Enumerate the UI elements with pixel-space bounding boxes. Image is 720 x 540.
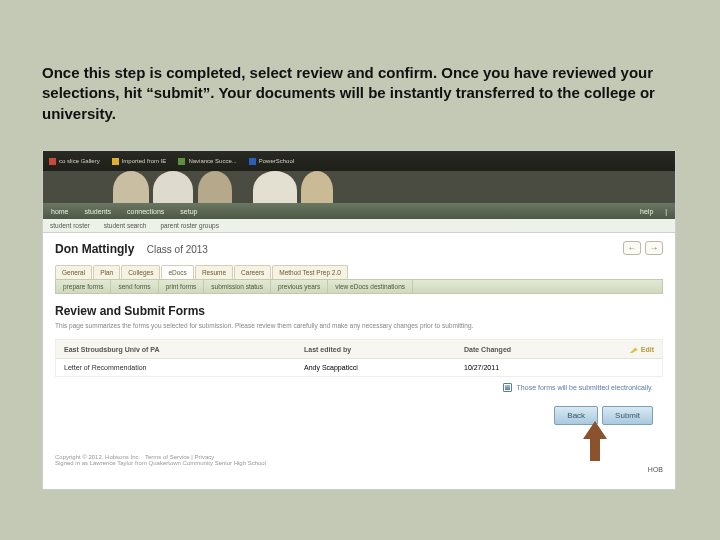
nav-connections[interactable]: connections — [119, 208, 172, 215]
tab-edocs[interactable]: eDocs — [161, 265, 193, 279]
table-header-row: East Stroudsburg Univ of PA Last edited … — [56, 340, 662, 359]
bookmark-icon — [249, 158, 256, 165]
header-photo — [43, 171, 675, 203]
subtab-status[interactable]: submission status — [204, 280, 271, 293]
table-row: Letter of Recommendation Andy Scappaticc… — [56, 359, 662, 376]
tab-plan[interactable]: Plan — [93, 265, 120, 279]
doc-name: Letter of Recommendation — [64, 364, 304, 371]
school-name: East Stroudsburg Univ of PA — [64, 346, 304, 353]
subtab-destinations[interactable]: view eDocs destinations — [328, 280, 413, 293]
bookmark-icon — [49, 158, 56, 165]
student-class: Class of 2013 — [147, 244, 208, 255]
subnav-parent[interactable]: parent roster groups — [153, 222, 226, 229]
electronic-note: Those forms will be submitted electronic… — [55, 377, 663, 398]
student-name: Don Mattingly — [55, 242, 134, 256]
nav-setup[interactable]: setup — [172, 208, 205, 215]
main-nav: home students connections setup help | — [43, 203, 675, 219]
subtab-send[interactable]: send forms — [111, 280, 158, 293]
tab-general[interactable]: General — [55, 265, 92, 279]
edit-link[interactable]: Edit — [630, 345, 654, 353]
subnav-roster[interactable]: student roster — [43, 222, 97, 229]
screenshot-window: co slice Gallery Imported from IE Navian… — [42, 150, 676, 490]
subtab-print[interactable]: print forms — [159, 280, 205, 293]
forms-table: East Stroudsburg Univ of PA Last edited … — [55, 339, 663, 377]
nav-help[interactable]: help | — [624, 208, 675, 215]
tab-careers[interactable]: Careers — [234, 265, 271, 279]
bookmark-icon — [178, 158, 185, 165]
subtab-previous[interactable]: previous years — [271, 280, 328, 293]
pencil-icon — [630, 345, 638, 353]
section-heading: Review and Submit Forms — [55, 304, 663, 318]
tab-row: General Plan Colleges eDocs Resume Caree… — [55, 265, 663, 279]
sub-nav: student roster student search parent ros… — [43, 219, 675, 233]
folder-icon — [112, 158, 119, 165]
callout-arrow — [583, 421, 607, 461]
bookmark-item[interactable]: co slice Gallery — [43, 158, 106, 165]
prev-student-button[interactable]: ← — [623, 241, 641, 255]
tab-method[interactable]: Method Test Prep 2.0 — [272, 265, 348, 279]
signed-in-as: Signed in as Lawrence Taylor from Quaker… — [55, 460, 663, 466]
bookmark-item[interactable]: PowerSchool — [243, 158, 300, 165]
nav-home[interactable]: home — [43, 208, 77, 215]
bookmark-item[interactable]: Imported from IE — [106, 158, 173, 165]
nav-students[interactable]: students — [77, 208, 119, 215]
subtab-prepare[interactable]: prepare forms — [56, 280, 111, 293]
col-date-changed: Date Changed — [464, 346, 584, 353]
next-student-button[interactable]: → — [645, 241, 663, 255]
instruction-text: Once this step is completed, select revi… — [42, 63, 678, 124]
subnav-search[interactable]: student search — [97, 222, 154, 229]
subtab-row: prepare forms send forms print forms sub… — [55, 279, 663, 294]
doc-editor: Andy Scappaticci — [304, 364, 464, 371]
tab-colleges[interactable]: Colleges — [121, 265, 160, 279]
doc-date: 10/27/2011 — [464, 364, 584, 371]
monitor-icon — [503, 383, 512, 392]
footer: Copyright © 2012. Hobsons Inc. Terms of … — [55, 454, 663, 473]
tab-resume[interactable]: Resume — [195, 265, 233, 279]
bookmark-item[interactable]: Naviance Succe... — [172, 158, 242, 165]
bookmark-bar: co slice Gallery Imported from IE Navian… — [43, 151, 675, 171]
section-description: This page summarizes the forms you selec… — [55, 322, 663, 329]
footer-logo: HOB — [648, 466, 663, 473]
submit-button[interactable]: Submit — [602, 406, 653, 425]
col-last-edited: Last edited by — [304, 346, 464, 353]
